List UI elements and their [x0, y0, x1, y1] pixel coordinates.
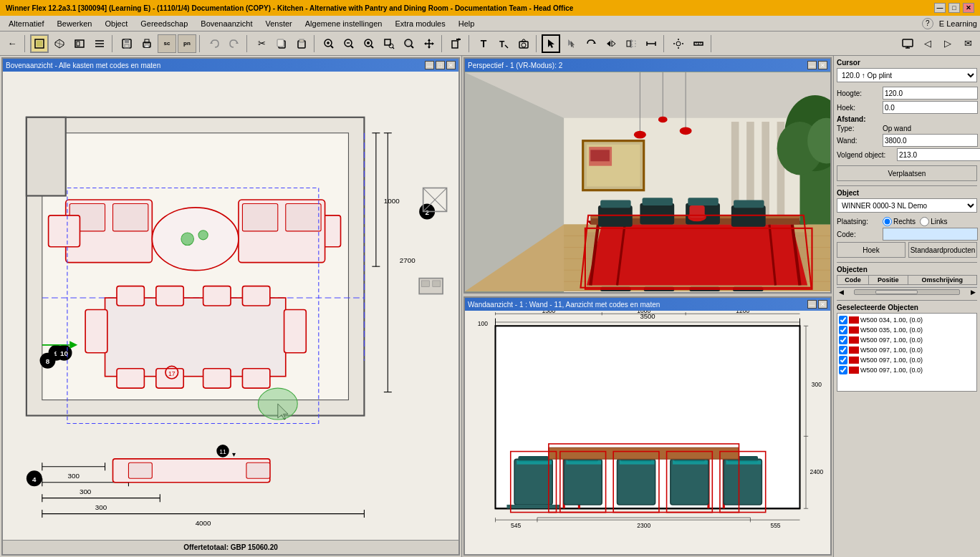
- rotate-button[interactable]: [582, 34, 600, 53]
- pan-button[interactable]: [420, 34, 438, 53]
- menu-gereedschap[interactable]: Gereedschap: [135, 18, 193, 29]
- undo-button[interactable]: [205, 34, 224, 53]
- pn-button[interactable]: pn: [178, 34, 196, 53]
- fp-close-btn[interactable]: ✕: [446, 61, 456, 69]
- menu-help[interactable]: Help: [453, 18, 481, 29]
- monitor-button[interactable]: [898, 34, 917, 53]
- verplaatsen-button[interactable]: Verplaatsen: [837, 165, 977, 181]
- zoom-area-button[interactable]: [380, 34, 398, 53]
- rechts-radio-label: Rechts: [883, 217, 916, 226]
- camera-button[interactable]: [514, 34, 533, 53]
- menu-algemene[interactable]: Algemene instellingen: [299, 18, 388, 29]
- paste-button[interactable]: [292, 34, 311, 53]
- sel-obj-cb-5[interactable]: [839, 366, 847, 374]
- maximize-button[interactable]: □: [948, 3, 960, 13]
- plaatsing-row: Plaatsing: Rechts Links: [837, 217, 977, 226]
- wand-input[interactable]: [883, 134, 978, 147]
- text-edit-button[interactable]: T: [494, 34, 513, 53]
- zoom-all-button[interactable]: [400, 34, 418, 53]
- svg-line-30: [371, 46, 373, 48]
- scroll-track[interactable]: [854, 289, 960, 295]
- save-button[interactable]: [117, 34, 136, 53]
- svg-rect-228: [620, 460, 655, 464]
- hoek-button[interactable]: Hoek: [837, 242, 905, 258]
- settings-button[interactable]: [669, 34, 688, 53]
- copy-button[interactable]: [272, 34, 291, 53]
- svg-rect-70: [903, 39, 913, 47]
- sel-obj-cb-2[interactable]: [839, 336, 847, 344]
- objecten-label: Objecten: [837, 266, 977, 273]
- 3d-view-button[interactable]: [50, 34, 69, 53]
- cut-button[interactable]: ✂: [252, 34, 271, 53]
- object-label: Object: [837, 189, 977, 197]
- print-button[interactable]: [138, 34, 156, 53]
- menu-extra[interactable]: Extra modules: [389, 18, 451, 29]
- volgend-input[interactable]: [897, 148, 980, 161]
- scroll-thumb[interactable]: [875, 290, 917, 294]
- standaard-button[interactable]: Standaardproducten: [908, 242, 977, 258]
- envelope-button[interactable]: ✉: [959, 34, 977, 53]
- links-radio[interactable]: [920, 217, 929, 226]
- front-view-button[interactable]: [70, 34, 89, 53]
- menu-object[interactable]: Object: [99, 18, 133, 29]
- menu-venster[interactable]: Venster: [259, 18, 297, 29]
- svg-rect-152: [433, 281, 441, 287]
- object-dropdown[interactable]: WINNER 0000-3 NL Demo: [837, 198, 977, 213]
- selected-objects-scroll[interactable]: W500 034, 1.00, (0.0) W500 035, 1.00, (0…: [837, 313, 977, 392]
- measure-button[interactable]: [689, 34, 708, 53]
- menu-bovenaanzicht[interactable]: Bovenaanzicht: [195, 18, 258, 29]
- fp-minimize-btn[interactable]: —: [425, 61, 434, 69]
- top-view-button[interactable]: [30, 34, 49, 53]
- type-row: Type: Op wand: [837, 125, 977, 132]
- sel-obj-cb-1[interactable]: [839, 326, 847, 334]
- zoom-in-button[interactable]: [320, 34, 338, 53]
- toolbar-sep-7: [469, 35, 471, 52]
- svg-text:555: 555: [770, 522, 780, 529]
- floorplan-content[interactable]: 8 4 9 10 2 17: [3, 72, 458, 540]
- hoek-input[interactable]: [883, 101, 978, 114]
- mirror-button[interactable]: [622, 34, 640, 53]
- floorplan-titlebar: Bovenaanzicht - Alle kasten met codes en…: [3, 59, 458, 72]
- dimension-button[interactable]: [642, 34, 660, 53]
- wv-minimize-btn[interactable]: —: [807, 300, 817, 309]
- fp-maximize-btn[interactable]: □: [436, 61, 445, 69]
- view-3d-content[interactable]: [465, 72, 830, 292]
- sel-obj-cb-0[interactable]: [839, 316, 847, 324]
- list-view-button[interactable]: [90, 34, 109, 53]
- left-panel: Bovenaanzicht - Alle kasten met codes en…: [0, 56, 462, 557]
- arrow-right-button[interactable]: ▷: [938, 34, 957, 53]
- code-input[interactable]: [883, 228, 978, 241]
- wall-view-content[interactable]: 3500 1300 1000 1200 545: [465, 311, 830, 554]
- back-button[interactable]: ←: [3, 34, 21, 53]
- text-button[interactable]: T: [474, 34, 493, 53]
- menu-alternatief[interactable]: Alternatief: [3, 18, 50, 29]
- minimize-button[interactable]: —: [934, 3, 946, 13]
- arrow-left-button[interactable]: ◁: [918, 34, 937, 53]
- menu-right: ? E Learning: [922, 18, 977, 29]
- menu-bewerken[interactable]: Bewerken: [52, 18, 98, 29]
- scroll-left-btn[interactable]: ◀: [837, 289, 845, 296]
- wv-close-btn[interactable]: ✕: [818, 300, 827, 309]
- v3d-minimize-btn[interactable]: —: [807, 61, 817, 69]
- select-button[interactable]: [542, 34, 560, 53]
- hoogte-input[interactable]: [883, 87, 978, 100]
- cursor-dropdown[interactable]: 120.0 ↑ Op plint: [837, 68, 977, 82]
- rechts-radio[interactable]: [883, 217, 892, 226]
- flip-button[interactable]: [602, 34, 620, 53]
- close-button[interactable]: ✕: [963, 3, 974, 13]
- elearning-label[interactable]: E Learning: [939, 19, 977, 28]
- sel-obj-cb-4[interactable]: [839, 356, 847, 364]
- zoom-fit-button[interactable]: [360, 34, 378, 53]
- zoom-out-button[interactable]: [340, 34, 358, 53]
- redo-button[interactable]: [225, 34, 244, 53]
- help-circle-icon[interactable]: ?: [922, 18, 933, 29]
- scroll-right-btn[interactable]: ▶: [969, 289, 977, 296]
- svg-marker-46: [458, 38, 461, 41]
- objecten-scrollbar[interactable]: ◀ ▶: [837, 287, 977, 296]
- svg-rect-1: [37, 41, 42, 47]
- multiselect-button[interactable]: [562, 34, 580, 53]
- insert-button[interactable]: [447, 34, 466, 53]
- sel-obj-cb-3[interactable]: [839, 346, 847, 354]
- v3d-close-btn[interactable]: ✕: [818, 61, 827, 69]
- sc-button[interactable]: sc: [158, 34, 176, 53]
